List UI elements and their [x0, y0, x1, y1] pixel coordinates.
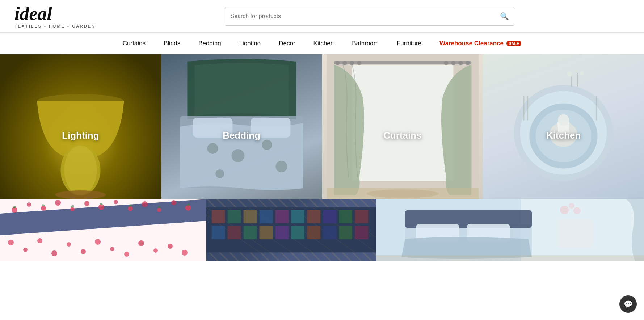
right-banner-bedroom [376, 199, 644, 261]
banner-right[interactable] [376, 199, 644, 261]
svg-point-58 [67, 242, 71, 247]
search-bar: 🔍 [225, 7, 514, 26]
mid-banner-pattern [206, 199, 376, 261]
svg-point-50 [142, 201, 148, 207]
svg-point-31 [558, 114, 569, 126]
banner-right-inner [376, 199, 644, 261]
sale-badge: Sale [506, 41, 521, 46]
svg-point-3 [55, 190, 106, 199]
svg-point-37 [580, 71, 584, 76]
svg-point-19 [444, 61, 448, 65]
svg-point-36 [574, 69, 578, 73]
kitchen-illustration [483, 54, 644, 199]
nav-item-decor[interactable]: Decor [279, 38, 295, 49]
svg-point-11 [275, 161, 287, 172]
svg-point-7 [207, 143, 218, 154]
site-header: ideal TEXTILES • HOME • GARDEN 🔍 [0, 0, 644, 33]
svg-point-2 [64, 146, 97, 195]
svg-point-65 [168, 244, 173, 249]
svg-rect-34 [596, 96, 597, 120]
svg-point-45 [70, 207, 75, 211]
svg-point-60 [95, 239, 101, 245]
warehouse-label: Warehouse Clearance [439, 40, 504, 47]
bottom-banner [0, 199, 644, 261]
lighting-tile-bg [0, 54, 161, 199]
nav-item-furniture[interactable]: Furniture [397, 38, 421, 49]
svg-point-66 [182, 250, 188, 256]
svg-point-62 [124, 252, 129, 257]
lighting-tile[interactable]: Lighting [0, 54, 161, 199]
svg-rect-13 [352, 65, 453, 181]
logo-tagline: TEXTILES • HOME • GARDEN [14, 24, 96, 28]
lighting-illustration [0, 54, 161, 199]
kitchen-tile-bg [483, 54, 644, 199]
svg-point-20 [451, 61, 455, 65]
svg-rect-14 [334, 61, 471, 64]
nav-item-bedding[interactable]: Bedding [198, 38, 221, 49]
svg-point-57 [51, 250, 57, 256]
svg-point-21 [458, 61, 463, 65]
svg-point-54 [8, 240, 14, 245]
svg-point-9 [262, 140, 272, 150]
svg-point-44 [55, 200, 61, 206]
logo-area[interactable]: ideal TEXTILES • HOME • GARDEN [14, 4, 96, 28]
bedding-tile-label: Bedding [223, 130, 260, 141]
svg-rect-32 [523, 96, 524, 120]
svg-point-46 [84, 201, 89, 206]
search-input[interactable] [230, 13, 500, 20]
nav-item-blinds[interactable]: Blinds [164, 38, 180, 49]
svg-point-55 [23, 248, 28, 252]
svg-point-18 [357, 61, 361, 65]
svg-point-8 [231, 149, 244, 162]
svg-point-61 [110, 247, 114, 251]
hero-grid: Lighting Bedding [0, 54, 644, 199]
banner-mid[interactable] [206, 199, 376, 261]
strawberry-textile [0, 199, 206, 261]
svg-point-52 [171, 200, 176, 205]
curtains-tile-label: Curtains [383, 130, 421, 141]
nav-item-lighting[interactable]: Lighting [239, 38, 261, 49]
svg-point-10 [215, 169, 224, 178]
svg-rect-102 [557, 219, 593, 248]
svg-point-63 [138, 240, 144, 246]
svg-rect-106 [376, 255, 644, 261]
svg-point-42 [27, 202, 31, 207]
logo-brand: ideal [14, 4, 96, 23]
svg-point-56 [37, 238, 42, 243]
lighting-tile-label: Lighting [62, 130, 99, 141]
svg-point-15 [335, 61, 340, 65]
svg-point-43 [41, 206, 46, 211]
curtains-tile-bg [322, 54, 483, 199]
banner-mid-inner [206, 199, 376, 261]
svg-point-48 [114, 200, 118, 204]
bedding-tile-bg [161, 54, 322, 199]
svg-point-104 [569, 203, 574, 209]
curtains-illustration [322, 54, 483, 199]
curtains-tile[interactable]: Curtains [322, 54, 483, 199]
svg-point-59 [81, 249, 86, 254]
kitchen-tile-label: Kitchen [546, 130, 581, 141]
kitchen-tile[interactable]: Kitchen [483, 54, 644, 199]
svg-point-103 [560, 206, 569, 214]
banner-left[interactable] [0, 199, 206, 261]
svg-point-35 [567, 72, 572, 77]
svg-rect-95 [206, 207, 376, 253]
svg-point-64 [153, 248, 158, 253]
main-nav: Curtains Blinds Bedding Lighting Decor K… [0, 33, 644, 54]
svg-rect-33 [527, 96, 528, 120]
nav-item-warehouse[interactable]: Warehouse Clearance Sale [439, 38, 521, 49]
svg-point-16 [342, 61, 347, 65]
svg-point-17 [350, 61, 354, 65]
bedding-illustration [161, 54, 322, 199]
bedding-tile[interactable]: Bedding [161, 54, 322, 199]
svg-point-51 [157, 208, 161, 212]
svg-point-24 [366, 189, 439, 198]
nav-item-curtains[interactable]: Curtains [123, 38, 146, 49]
nav-item-bathroom[interactable]: Bathroom [352, 38, 379, 49]
search-wrapper: 🔍 [225, 7, 514, 26]
nav-item-kitchen[interactable]: Kitchen [313, 38, 334, 49]
search-icon[interactable]: 🔍 [500, 12, 509, 21]
svg-point-105 [573, 207, 581, 214]
svg-point-22 [466, 61, 470, 65]
